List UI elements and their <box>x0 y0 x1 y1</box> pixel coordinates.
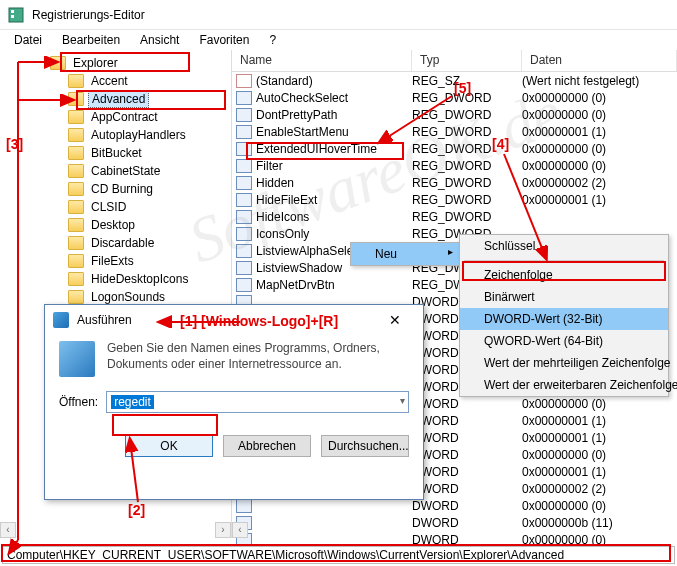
folder-icon <box>68 92 84 106</box>
ctx-item-neu[interactable]: Neu <box>351 243 459 265</box>
twisty-icon[interactable]: › <box>6 166 68 177</box>
twisty-icon[interactable]: › <box>6 94 68 105</box>
dword-icon <box>236 159 252 173</box>
tree-node[interactable]: ›Desktop <box>0 216 231 234</box>
browse-button[interactable]: Durchsuchen... <box>321 435 409 457</box>
tree-node[interactable]: ›CabinetState <box>0 162 231 180</box>
cancel-button[interactable]: Abbrechen <box>223 435 311 457</box>
ctx-item-qword[interactable]: QWORD-Wert (64-Bit) <box>460 330 668 352</box>
header-name[interactable]: Name <box>232 50 412 71</box>
value-type: REG_DWORD <box>412 142 522 156</box>
value-data: 0x00000002 (2) <box>522 176 677 190</box>
value-name: (Standard) <box>256 74 412 88</box>
tree-label: CabinetState <box>88 163 163 179</box>
dword-icon <box>236 142 252 156</box>
ctx-item-multi[interactable]: Wert der mehrteiligen Zeichenfolge <box>460 352 668 374</box>
value-name: Hidden <box>256 176 412 190</box>
list-item[interactable]: HiddenREG_DWORD0x00000002 (2) <box>232 174 677 191</box>
value-data: 0x00000000 (0) <box>522 91 677 105</box>
value-data: 0x00000000 (0) <box>522 533 677 547</box>
chevron-down-icon[interactable]: ▾ <box>400 395 405 406</box>
value-data: 0x0000000b (11) <box>522 516 677 530</box>
value-data: 0x00000000 (0) <box>522 448 677 462</box>
scroll-left-arrow[interactable]: ‹ <box>0 522 16 538</box>
value-type: REG_DWORD <box>412 193 522 207</box>
twisty-icon[interactable]: › <box>6 238 68 249</box>
value-data: 0x00000000 (0) <box>522 108 677 122</box>
ok-button[interactable]: OK <box>125 435 213 457</box>
menu-file[interactable]: Datei <box>4 31 52 49</box>
open-combobox[interactable]: regedit ▾ <box>106 391 409 413</box>
scroll-left-arrow[interactable]: ‹ <box>232 522 248 538</box>
tree-node[interactable]: ›CLSID <box>0 198 231 216</box>
open-label: Öffnen: <box>59 395 98 409</box>
value-type: REG_DWORD <box>412 210 522 224</box>
twisty-icon[interactable]: ⌄ <box>6 58 50 69</box>
list-header: Name Typ Daten <box>232 50 677 72</box>
list-item[interactable]: (Standard)REG_SZ(Wert nicht festgelegt) <box>232 72 677 89</box>
tree-node-advanced[interactable]: ›Advanced <box>0 90 231 108</box>
twisty-icon[interactable]: › <box>6 220 68 231</box>
tree-node[interactable]: Accent <box>0 72 231 90</box>
list-item[interactable]: HideIconsREG_DWORD <box>232 208 677 225</box>
tree-node[interactable]: CD Burning <box>0 180 231 198</box>
close-icon[interactable]: ✕ <box>375 312 415 328</box>
value-type: REG_SZ <box>412 74 522 88</box>
tree-node[interactable]: ›HideDesktopIcons <box>0 270 231 288</box>
twisty-icon[interactable]: › <box>6 148 68 159</box>
dword-icon <box>236 91 252 105</box>
scroll-right-arrow[interactable]: › <box>215 522 231 538</box>
run-dialog: Ausführen ✕ Geben Sie den Namen eines Pr… <box>44 304 424 500</box>
list-item[interactable]: DWORD0x0000000b (11) <box>232 514 677 531</box>
value-type: DWORD <box>412 414 522 428</box>
dword-icon <box>236 278 252 292</box>
dword-icon <box>236 193 252 207</box>
folder-icon <box>68 164 84 178</box>
value-data: 0x00000000 (0) <box>522 159 677 173</box>
dword-icon <box>236 227 252 241</box>
dword-icon <box>236 261 252 275</box>
tree-node[interactable]: ›AutoplayHandlers <box>0 126 231 144</box>
value-name: AutoCheckSelect <box>256 91 412 105</box>
value-name: HideFileExt <box>256 193 412 207</box>
value-data: (Wert nicht festgelegt) <box>522 74 677 88</box>
tree-label: HideDesktopIcons <box>88 271 191 287</box>
header-data[interactable]: Daten <box>522 50 677 71</box>
tree-label: BitBucket <box>88 145 145 161</box>
value-type: REG_DWORD <box>412 176 522 190</box>
list-item[interactable]: DontPrettyPathREG_DWORD0x00000000 (0) <box>232 106 677 123</box>
list-item[interactable]: AutoCheckSelectREG_DWORD0x00000000 (0) <box>232 89 677 106</box>
list-item[interactable]: ExtendedUIHoverTimeREG_DWORD0x00000000 (… <box>232 140 677 157</box>
regedit-icon <box>8 7 24 23</box>
svg-rect-1 <box>11 10 14 13</box>
menu-edit[interactable]: Bearbeiten <box>52 31 130 49</box>
list-item[interactable]: FilterREG_DWORD0x00000000 (0) <box>232 157 677 174</box>
value-type: REG_DWORD <box>412 108 522 122</box>
twisty-icon[interactable]: › <box>6 130 68 141</box>
menu-view[interactable]: Ansicht <box>130 31 189 49</box>
folder-icon <box>68 182 84 196</box>
ctx-item-key[interactable]: Schlüssel <box>460 235 668 257</box>
ctx-item-binary[interactable]: Binärwert <box>460 286 668 308</box>
twisty-icon[interactable]: › <box>6 202 68 213</box>
tree-node[interactable]: AppContract <box>0 108 231 126</box>
tree-node[interactable]: ›FileExts <box>0 252 231 270</box>
tree-label: CD Burning <box>88 181 156 197</box>
menu-help[interactable]: ? <box>259 31 286 49</box>
tree-node[interactable]: ›Discardable <box>0 234 231 252</box>
header-type[interactable]: Typ <box>412 50 522 71</box>
ctx-item-dword[interactable]: DWORD-Wert (32-Bit) <box>460 308 668 330</box>
twisty-icon[interactable]: › <box>6 256 68 267</box>
twisty-icon[interactable]: › <box>6 274 68 285</box>
path-bar: Computer\HKEY_CURRENT_USER\SOFTWARE\Micr… <box>2 546 675 564</box>
tree-node[interactable]: ›BitBucket <box>0 144 231 162</box>
tree-label: Discardable <box>88 235 157 251</box>
ctx-item-string[interactable]: Zeichenfolge <box>460 264 668 286</box>
tree-node-explorer[interactable]: ⌄ Explorer <box>0 54 231 72</box>
ctx-item-expand[interactable]: Wert der erweiterbaren Zeichenfolge <box>460 374 668 396</box>
list-item[interactable]: EnableStartMenuREG_DWORD0x00000001 (1) <box>232 123 677 140</box>
folder-icon <box>68 128 84 142</box>
list-item[interactable]: HideFileExtREG_DWORD0x00000001 (1) <box>232 191 677 208</box>
folder-icon <box>68 254 84 268</box>
menu-favorites[interactable]: Favoriten <box>189 31 259 49</box>
